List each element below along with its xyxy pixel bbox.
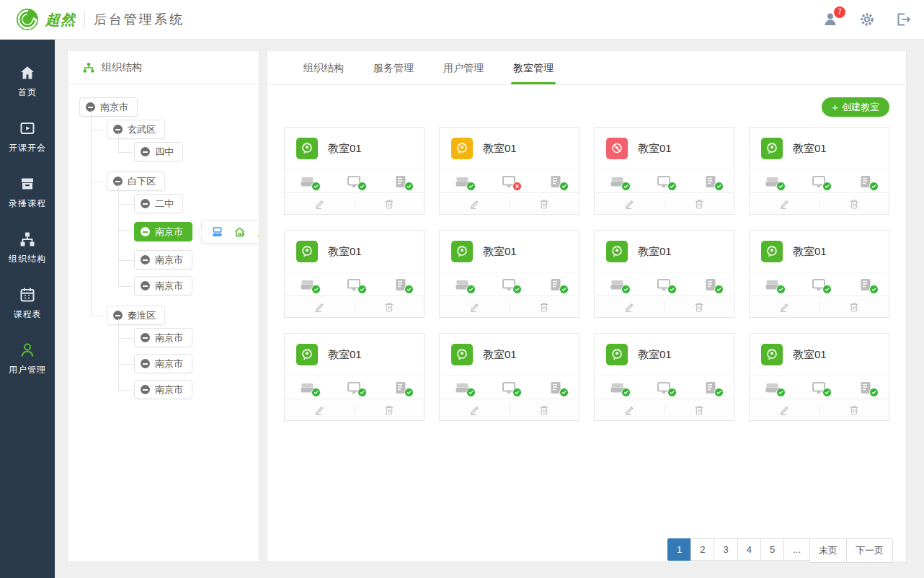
delete-icon	[693, 301, 705, 313]
edit-icon	[778, 404, 790, 416]
delete-button[interactable]	[819, 296, 889, 317]
edit-button[interactable]	[595, 399, 665, 420]
user-icon[interactable]: 7	[823, 12, 839, 27]
classroom-card: 教室01	[594, 333, 734, 421]
delete-button[interactable]	[510, 296, 579, 317]
status-ok-icon	[714, 182, 724, 191]
delete-button[interactable]	[665, 193, 734, 214]
tree-node[interactable]: 秦淮区	[107, 306, 165, 325]
edit-button[interactable]	[440, 193, 510, 214]
server-icon	[702, 278, 719, 291]
edit-icon	[468, 404, 480, 416]
create-classroom-button[interactable]: + 创建教室	[822, 97, 889, 117]
monitor-icon	[345, 381, 363, 394]
collapse-icon[interactable]	[141, 255, 150, 264]
member-icon[interactable]	[256, 226, 259, 238]
device-status	[796, 175, 842, 188]
sidebar-item-4[interactable]: 组织结构	[0, 221, 55, 276]
sidebar: 首页开课开会录播课程组织结构课程表用户管理	[0, 40, 55, 578]
delete-button[interactable]	[355, 296, 425, 317]
edit-icon	[468, 198, 480, 210]
page-button-...[interactable]: ...	[783, 538, 810, 561]
tree-node[interactable]: 玄武区	[107, 120, 165, 139]
collapse-icon[interactable]	[141, 359, 150, 368]
page-button-2[interactable]: 2	[690, 538, 714, 561]
delete-button[interactable]	[665, 296, 734, 317]
page-button-5[interactable]: 5	[760, 538, 784, 561]
delete-button[interactable]	[355, 399, 425, 420]
delete-button[interactable]	[355, 193, 425, 214]
tree-node[interactable]: 白下区	[107, 172, 165, 191]
edit-button[interactable]	[595, 296, 665, 317]
tree-node[interactable]: 四中	[134, 142, 183, 161]
org-icon	[19, 231, 36, 248]
tree-node[interactable]: 二中	[134, 194, 183, 213]
edit-button[interactable]	[750, 193, 819, 214]
recorder-icon	[764, 381, 781, 394]
delete-icon	[383, 198, 395, 210]
classroom-grid: 教室01教室01教室01教室01教室01教室01教室01教室01教室01教室01…	[267, 117, 906, 421]
sidebar-item-1[interactable]: 首页	[0, 54, 55, 110]
tree-node[interactable]: 南京市	[134, 276, 192, 295]
edit-button[interactable]	[750, 399, 819, 420]
page-button-3[interactable]: 3	[714, 538, 737, 561]
school-icon[interactable]	[234, 226, 246, 238]
edit-button[interactable]	[440, 296, 510, 317]
edit-button[interactable]	[595, 193, 665, 214]
sidebar-item-6[interactable]: 用户管理	[0, 332, 55, 387]
delete-button[interactable]	[819, 399, 889, 420]
classroom-device-icon[interactable]	[211, 226, 223, 238]
camera-icon	[761, 138, 783, 159]
gear-icon[interactable]	[859, 12, 875, 27]
collapse-icon[interactable]	[141, 147, 150, 156]
collapse-icon[interactable]	[141, 199, 150, 208]
app-header: 超然 后台管理系统 7	[0, 0, 924, 40]
collapse-icon[interactable]	[141, 333, 150, 342]
device-status	[688, 278, 734, 291]
edit-button[interactable]	[750, 296, 819, 317]
tree-node[interactable]: 南京市	[134, 222, 192, 241]
monitor-icon	[655, 175, 672, 188]
classroom-title: 教室01	[483, 142, 517, 156]
tree-node[interactable]: 南京市	[134, 250, 192, 270]
edit-button[interactable]	[285, 296, 355, 317]
delete-button[interactable]	[510, 399, 579, 420]
collapse-icon[interactable]	[141, 227, 150, 236]
tab-2[interactable]: 服务管理	[373, 51, 414, 84]
sidebar-item-3[interactable]: 录播课程	[0, 165, 55, 221]
last-page-button[interactable]: 末页	[809, 538, 847, 563]
recorder-icon	[454, 381, 471, 394]
page-button-4[interactable]: 4	[737, 538, 761, 561]
collapse-icon[interactable]	[141, 385, 150, 394]
tab-4[interactable]: 教室管理	[513, 51, 554, 84]
delete-button[interactable]	[665, 399, 734, 420]
edit-button[interactable]	[285, 399, 355, 420]
delete-button[interactable]	[510, 193, 579, 214]
logout-icon[interactable]	[895, 12, 911, 27]
status-ok-icon	[466, 285, 476, 294]
collapse-icon[interactable]	[141, 281, 150, 290]
tab-1[interactable]: 组织结构	[303, 51, 344, 84]
tree-node[interactable]: 南京市	[134, 380, 192, 399]
tree-node[interactable]: 南京市	[134, 354, 192, 373]
edit-button[interactable]	[440, 399, 510, 420]
tree-node[interactable]: 南京市	[79, 97, 138, 117]
video-icon	[19, 120, 36, 137]
sidebar-item-5[interactable]: 课程表	[0, 276, 55, 332]
recorder-icon	[299, 175, 316, 188]
tab-3[interactable]: 用户管理	[443, 51, 484, 84]
next-page-button[interactable]: 下一页	[846, 538, 893, 563]
status-ok-icon	[466, 388, 476, 397]
status-ok-icon	[776, 285, 786, 294]
classroom-title: 教室01	[328, 142, 362, 156]
edit-button[interactable]	[285, 193, 355, 214]
device-status	[440, 278, 486, 291]
page-button-1[interactable]: 1	[667, 538, 691, 561]
sidebar-item-2[interactable]: 开课开会	[0, 110, 55, 165]
classroom-card: 教室01	[749, 127, 889, 215]
tree-node[interactable]: 南京市	[134, 328, 192, 347]
classroom-card: 教室01	[439, 127, 579, 215]
delete-button[interactable]	[819, 193, 889, 214]
monitor-icon	[810, 175, 827, 188]
delete-icon	[538, 404, 550, 416]
